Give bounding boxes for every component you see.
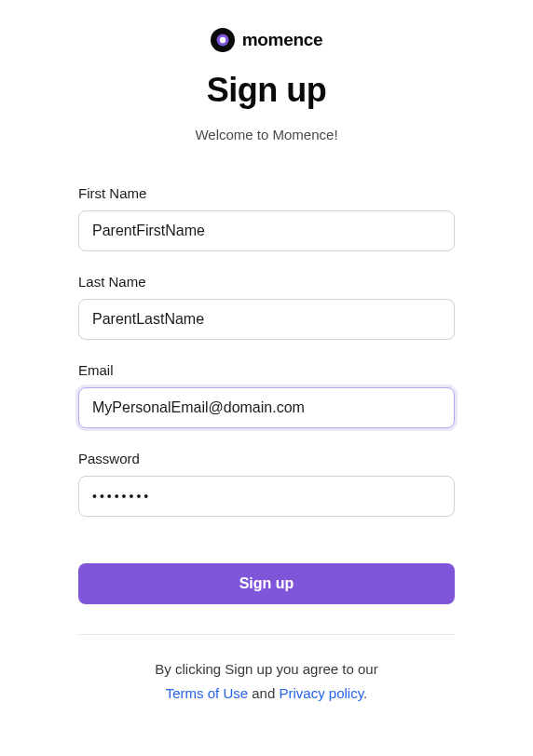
brand-name: momence: [242, 30, 323, 50]
first-name-label: First Name: [78, 185, 455, 201]
last-name-label: Last Name: [78, 274, 455, 290]
first-name-input[interactable]: [78, 210, 455, 251]
email-label: Email: [78, 362, 455, 378]
email-input[interactable]: [78, 387, 455, 428]
password-input[interactable]: [78, 476, 455, 517]
terms-of-use-link[interactable]: Terms of Use: [166, 685, 248, 701]
terms-suffix: .: [363, 685, 367, 701]
logo-icon: [211, 28, 235, 52]
signup-button[interactable]: Sign up: [78, 563, 455, 604]
svg-point-2: [219, 37, 225, 43]
brand-logo: momence: [78, 28, 455, 52]
last-name-input[interactable]: [78, 299, 455, 340]
page-subtitle: Welcome to Momence!: [78, 127, 455, 142]
divider: [78, 634, 455, 635]
terms-connector: and: [248, 685, 279, 701]
page-title: Sign up: [78, 71, 455, 110]
terms-text: By clicking Sign up you agree to our Ter…: [78, 657, 455, 705]
password-label: Password: [78, 451, 455, 466]
privacy-policy-link[interactable]: Privacy policy: [279, 685, 363, 701]
terms-prefix: By clicking Sign up you agree to our: [155, 661, 377, 677]
